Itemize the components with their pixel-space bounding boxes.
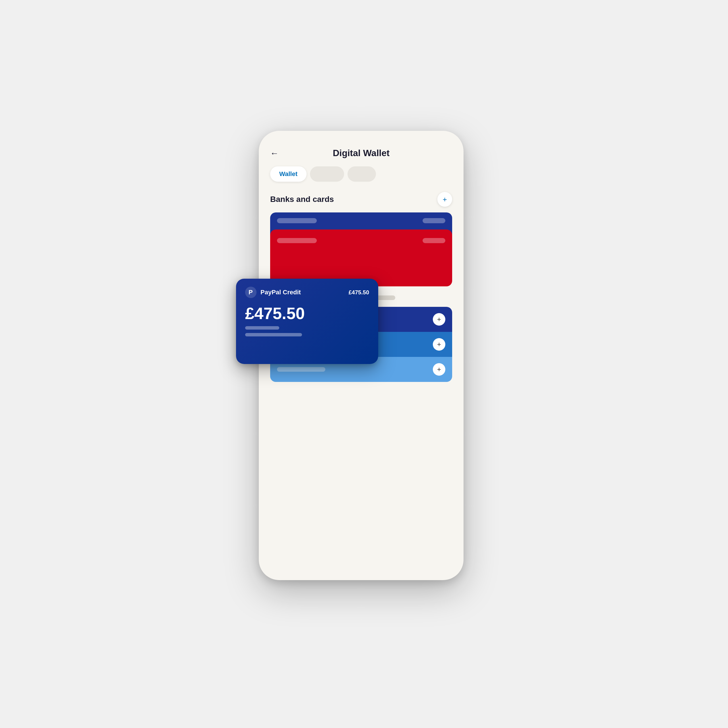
paypal-credit-card[interactable]: P PayPal Credit £475.50 £475.50 (236, 279, 378, 364)
cards-stack (270, 213, 452, 286)
card-red-bar-left (277, 238, 317, 243)
add-bank-button[interactable]: + (437, 192, 452, 207)
tab-2[interactable] (310, 166, 344, 182)
page-header: ← Digital Wallet (270, 148, 452, 158)
paypal-card-amount-large: £475.50 (245, 304, 369, 323)
scene: ← Digital Wallet Wallet Banks and cards … (236, 108, 492, 620)
list-item-3-bar (277, 367, 325, 372)
section-title: Banks and cards (270, 195, 334, 204)
tab-bar: Wallet (270, 166, 452, 182)
paypal-card-bar-2 (245, 333, 302, 336)
svg-text:P: P (249, 289, 253, 296)
page-title: Digital Wallet (333, 148, 390, 158)
card-bar-left (277, 218, 317, 223)
paypal-logo-icon: P (245, 287, 257, 298)
list-add-btn-1[interactable]: + (433, 313, 445, 326)
paypal-card-amount-header: £475.50 (349, 289, 369, 296)
card-bar-right (422, 218, 445, 223)
tab-wallet[interactable]: Wallet (270, 166, 307, 182)
paypal-card-header: P PayPal Credit £475.50 (245, 287, 369, 298)
back-button[interactable]: ← (270, 148, 279, 158)
section-header: Banks and cards + (270, 192, 452, 207)
card-red-bar-right (422, 238, 445, 243)
list-add-btn-2[interactable]: + (433, 338, 445, 351)
tab-3[interactable] (347, 166, 376, 182)
paypal-card-name: PayPal Credit (260, 289, 301, 296)
paypal-logo-area: P PayPal Credit (245, 287, 301, 298)
list-add-btn-3[interactable]: + (433, 363, 445, 376)
paypal-card-bar-1 (245, 326, 279, 330)
card-red[interactable] (270, 229, 452, 286)
